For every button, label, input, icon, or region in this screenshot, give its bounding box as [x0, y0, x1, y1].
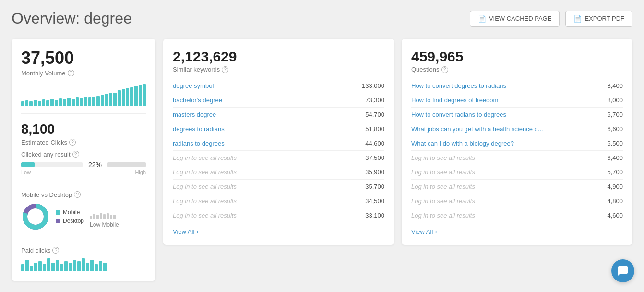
bar-mini [67, 98, 71, 105]
paid-bar [38, 261, 42, 271]
low-mobile-bar [93, 214, 95, 219]
bar-mini [29, 101, 33, 106]
low-mobile-bar [90, 216, 92, 219]
list-item: Log in to see all results35,700 [173, 180, 384, 194]
mobile-desktop-info-icon[interactable]: ? [74, 191, 81, 198]
keyword-link[interactable]: bachelor's degree [173, 97, 222, 104]
cards-row: 37,500 Monthly Volume ? 8,100 Estimated … [12, 39, 632, 281]
similar-keywords-value: 2,123,629 [173, 49, 384, 65]
bar-mini [88, 97, 92, 105]
mobile-desktop-legend: Mobile Desktop [56, 209, 84, 224]
chat-icon [617, 265, 629, 277]
question-value: 6,600 [607, 125, 623, 133]
keyword-value: 54,700 [365, 111, 384, 118]
list-item: Log in to see all results4,800 [411, 194, 623, 208]
keyword-value: 33,100 [365, 212, 384, 219]
similar-keywords-info-icon[interactable]: ? [222, 66, 228, 73]
question-value: 8,400 [607, 82, 623, 89]
bar-mini [92, 97, 95, 106]
list-item: How to convert radians to degrees6,700 [411, 108, 623, 122]
bar-mini [46, 100, 49, 106]
question-link[interactable]: What jobs can you get with a health scie… [411, 125, 543, 133]
monthly-bar-chart [21, 82, 146, 106]
list-item: bachelor's degree73,300 [173, 93, 384, 108]
list-item: What jobs can you get with a health scie… [411, 122, 623, 136]
question-value: 4,600 [607, 212, 623, 219]
keyword-locked: Log in to see all results [173, 212, 237, 219]
progress-bar-wrap: 22% [21, 161, 146, 169]
low-mobile-bar [107, 213, 109, 219]
keyword-link[interactable]: degrees to radians [173, 125, 225, 133]
question-link[interactable]: How to convert degrees to radians [411, 82, 506, 89]
desktop-legend-item: Desktop [56, 218, 84, 224]
middle-card: 2,123,629 Similar keywords ? degree symb… [163, 39, 394, 245]
export-icon: 📄 [573, 15, 582, 23]
keyword-link[interactable]: radians to degrees [173, 140, 225, 147]
question-value: 6,500 [607, 140, 623, 147]
list-item: How to find degrees of freedom8,000 [411, 93, 623, 108]
keyword-value: 73,300 [365, 97, 384, 104]
paid-bar [90, 260, 94, 271]
bar-mini [96, 96, 100, 106]
chat-bubble-button[interactable] [611, 259, 634, 282]
question-link[interactable]: How to find degrees of freedom [411, 97, 498, 104]
keyword-locked: Log in to see all results [173, 154, 237, 161]
estimated-clicks-info-icon[interactable]: ? [69, 139, 76, 146]
bar-mini [63, 99, 66, 106]
questions-list: How to convert degrees to radians8,400Ho… [411, 79, 623, 222]
similar-keywords-label: Similar keywords ? [173, 66, 384, 73]
estimated-clicks-value: 8,100 [21, 122, 146, 137]
mobile-desktop-label: Mobile vs Desktop ? [21, 191, 146, 198]
bar-mini [50, 99, 54, 106]
bar-mini [122, 89, 125, 105]
keyword-link[interactable]: masters degree [173, 111, 216, 118]
paid-bar [64, 261, 68, 271]
paid-bar [43, 264, 46, 271]
low-mobile-bars [90, 205, 116, 219]
paid-bar-chart [21, 257, 146, 271]
middle-view-all[interactable]: View All › [173, 228, 384, 235]
paid-bar [99, 261, 102, 271]
page-title: Overview: degree [12, 10, 132, 27]
question-link[interactable]: What can I do with a biology degree? [411, 140, 514, 147]
question-value: 6,700 [607, 111, 623, 118]
view-cached-button[interactable]: 📄 VIEW CACHED PAGE [470, 11, 560, 27]
low-mobile-bar [113, 215, 116, 219]
low-mobile-bar [96, 215, 99, 219]
question-value: 5,700 [607, 169, 623, 176]
questions-info-icon[interactable]: ? [441, 66, 448, 73]
paid-clicks-label: Paid clicks ? [21, 247, 146, 254]
paid-clicks-section: Paid clicks ? [21, 247, 146, 271]
view-all-arrow-icon: › [196, 228, 198, 235]
keyword-link[interactable]: degree symbol [173, 82, 214, 89]
question-locked: Log in to see all results [411, 212, 475, 219]
monthly-volume-info-icon[interactable]: ? [68, 70, 74, 76]
bar-mini [139, 85, 142, 105]
list-item: How to convert degrees to radians8,400 [411, 79, 623, 93]
list-item: degrees to radians51,800 [173, 122, 384, 136]
bar-mini [134, 86, 138, 106]
list-item: Log in to see all results4,600 [411, 208, 623, 222]
clicked-any-result-info-icon[interactable]: ? [72, 151, 79, 158]
paid-clicks-info-icon[interactable]: ? [52, 247, 59, 254]
bar-mini [113, 93, 117, 106]
question-link[interactable]: How to convert radians to degrees [411, 111, 506, 118]
question-value: 6,400 [607, 154, 623, 161]
low-mobile-bar [103, 214, 106, 219]
progress-fill [21, 162, 35, 167]
paid-bar [77, 261, 81, 271]
keyword-value: 35,900 [365, 169, 384, 176]
progress-percent: 22% [86, 161, 104, 169]
progress-track [21, 162, 83, 167]
monthly-volume-value: 37,500 [21, 49, 146, 68]
export-pdf-button[interactable]: 📄 EXPORT PDF [565, 11, 632, 27]
right-view-all[interactable]: View All › [411, 228, 623, 235]
list-item: radians to degrees44,600 [173, 136, 384, 151]
estimated-clicks-label: Estimated Clicks ? [21, 139, 146, 146]
paid-bar [86, 263, 89, 271]
list-item: What can I do with a biology degree?6,50… [411, 136, 623, 151]
bar-mini [25, 100, 29, 106]
bar-mini [109, 93, 112, 105]
bar-mini [42, 99, 46, 106]
keyword-value: 44,600 [365, 140, 384, 147]
